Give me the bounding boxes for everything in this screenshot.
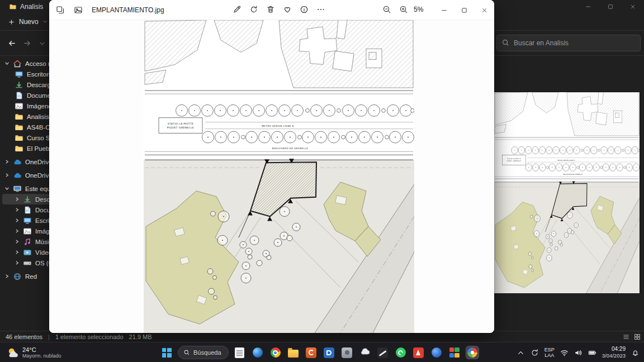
taskbar-clock[interactable]: 04:29 3/04/2023 <box>602 346 626 359</box>
photos-titlebar: EMPLANTAMIENTO.jpg 5% <box>49 0 494 20</box>
chevron-right-icon <box>15 228 20 234</box>
chevron-right-icon <box>15 197 20 202</box>
adobe-icon <box>413 347 424 358</box>
weather-temperature: 24°C <box>22 346 61 353</box>
details-view-icon[interactable] <box>622 332 631 341</box>
taskbar-icon-orange-app[interactable] <box>305 346 318 359</box>
explorer-search-box <box>496 35 641 51</box>
new-button[interactable]: Nuevo <box>8 18 48 26</box>
chevron-down-icon <box>42 18 48 26</box>
photos-canvas <box>49 20 494 333</box>
explorer-search-input[interactable] <box>496 35 641 51</box>
cloud-app-icon <box>359 347 371 358</box>
status-items-count: 46 elementos <box>6 334 42 340</box>
blue-circle-app-icon <box>432 347 442 358</box>
photos-close-button[interactable] <box>474 0 494 20</box>
explorer-title: Analisis <box>20 3 43 11</box>
gallery-icon[interactable] <box>54 3 67 17</box>
desktop-icon <box>15 70 23 78</box>
file-explorer-icon <box>288 350 299 358</box>
recent-locations-chevron[interactable] <box>35 36 50 51</box>
edit-image-button[interactable] <box>230 3 244 16</box>
taskbar-icon-adobe[interactable] <box>412 346 425 359</box>
windows-logo-icon <box>162 348 172 358</box>
document-icon <box>23 206 32 214</box>
download-icon <box>23 196 32 203</box>
sun-cloud-icon <box>7 347 19 358</box>
more-options-button[interactable] <box>314 3 328 16</box>
sync-icon[interactable] <box>531 349 539 357</box>
favorite-heart-button[interactable] <box>281 3 294 16</box>
delete-button[interactable] <box>264 3 277 16</box>
office-grid-icon <box>449 347 460 358</box>
explorer-maximize-button[interactable] <box>599 0 622 13</box>
taskbar-icon-sketch-app[interactable] <box>376 346 390 359</box>
status-selection: 1 elemento seleccionado <box>55 334 124 340</box>
image-thumbnail-icon[interactable] <box>72 3 85 17</box>
drive-icon <box>23 259 32 267</box>
notification-bell-icon[interactable] <box>631 349 640 357</box>
preview-image <box>494 92 640 293</box>
chevron-right-icon <box>4 274 10 279</box>
back-button[interactable] <box>4 36 20 51</box>
start-button[interactable] <box>160 346 173 359</box>
chevron-right-icon <box>15 207 20 212</box>
document-app-icon <box>235 347 244 358</box>
explorer-tab[interactable]: Analisis <box>9 3 43 11</box>
zoom-out-icon[interactable] <box>380 3 394 16</box>
hidden-icons-chevron[interactable] <box>517 349 525 357</box>
taskbar-icon-cloud-app[interactable] <box>358 346 372 359</box>
home-icon <box>13 60 22 68</box>
taskbar-icon-explorer[interactable] <box>287 346 300 359</box>
taskbar-icon-photos-active[interactable] <box>466 346 479 359</box>
wifi-icon[interactable] <box>560 349 569 357</box>
chevron-right-icon <box>15 239 20 244</box>
zoom-in-icon[interactable] <box>397 3 410 16</box>
chevron-down-icon <box>4 61 10 66</box>
chrome-browser-icon <box>271 347 281 358</box>
taskbar-icon-office-grid[interactable] <box>448 346 461 359</box>
onedrive-cloud-icon <box>13 158 22 166</box>
folder-icon <box>15 145 23 153</box>
pictures-icon <box>23 227 32 235</box>
clock-date: 3/04/2023 <box>602 353 626 359</box>
photos-maximize-button[interactable] <box>454 0 474 20</box>
music-icon <box>23 238 32 246</box>
volume-icon[interactable] <box>574 349 583 357</box>
rotate-button[interactable] <box>247 3 261 16</box>
explorer-minimize-button[interactable] <box>577 0 599 13</box>
folder-icon <box>15 113 23 121</box>
taskbar-icon-blue-circle-app[interactable] <box>430 346 443 359</box>
site-plan-image[interactable] <box>144 20 414 333</box>
edge-browser-icon <box>253 347 263 358</box>
forward-button[interactable] <box>20 36 35 51</box>
explorer-preview-pane <box>494 56 644 331</box>
video-icon <box>23 249 32 256</box>
taskbar-icon-gray-app[interactable] <box>340 346 354 359</box>
taskbar-icon-chrome[interactable] <box>269 346 282 359</box>
language-indicator[interactable]: ESP LAA <box>544 347 555 358</box>
taskbar-search[interactable]: Búsqueda <box>178 346 229 359</box>
photos-minimize-button[interactable] <box>434 0 454 20</box>
photos-filename: EMPLANTAMIENTO.jpg <box>92 0 164 20</box>
download-icon <box>15 81 23 89</box>
large-icons-view-icon[interactable] <box>633 332 642 341</box>
clock-time: 04:29 <box>602 346 626 353</box>
chevron-right-icon <box>4 159 10 164</box>
chevron-right-icon <box>15 260 20 265</box>
explorer-close-button[interactable] <box>622 0 644 13</box>
taskbar-icon-edge[interactable] <box>251 346 264 359</box>
onedrive-cloud-icon <box>13 172 22 179</box>
zoom-level[interactable]: 5% <box>414 6 423 13</box>
blue-app-icon <box>324 347 334 358</box>
info-button[interactable] <box>297 3 311 16</box>
chevron-right-icon <box>15 218 20 223</box>
taskbar-icon-whatsapp[interactable] <box>394 346 408 359</box>
status-selection-size: 21.9 MB <box>129 334 152 340</box>
taskbar-icon-document-app[interactable] <box>233 346 247 359</box>
folder-icon <box>15 134 23 142</box>
battery-icon[interactable] <box>588 349 596 357</box>
weather-widget[interactable]: 24°C Mayorm. nublado <box>3 344 65 361</box>
taskbar-icon-blue-app[interactable] <box>323 346 336 359</box>
weather-description: Mayorm. nublado <box>22 353 61 359</box>
